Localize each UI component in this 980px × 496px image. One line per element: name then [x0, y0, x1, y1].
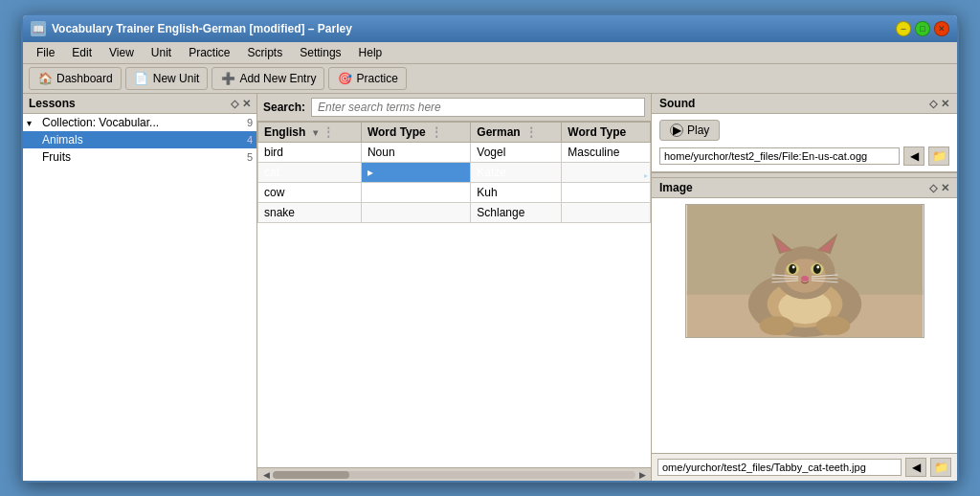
scroll-left-arrow[interactable]: ◀	[259, 468, 273, 482]
cell-german-vogel[interactable]: Vogel	[471, 143, 562, 163]
image-header-controls: ◇ ✕	[929, 182, 949, 194]
search-label: Search:	[263, 101, 305, 114]
tree-item-collection[interactable]: ▾ Collection: Vocabular... 9	[23, 114, 256, 131]
svg-point-17	[816, 266, 819, 269]
practice-icon: 🎯	[337, 71, 352, 86]
cell-german-katze[interactable]: Katze	[471, 163, 562, 183]
title-bar: 📖 Vocabulary Trainer English-German [mod…	[23, 15, 957, 42]
cell-wordtype-noun[interactable]: Noun	[361, 143, 470, 163]
sound-browse-button[interactable]: 📁	[928, 147, 949, 166]
sound-collapse-button[interactable]: ◇	[929, 98, 937, 110]
add-entry-label: Add New Entry	[239, 72, 316, 85]
table-row[interactable]: cat ▸ Katze ▸	[258, 163, 651, 183]
cell-english-bird[interactable]: bird	[258, 143, 362, 163]
image-browse-button[interactable]: 📁	[930, 458, 951, 477]
cell-wordtype-snake[interactable]	[361, 203, 470, 223]
right-panel: Sound ◇ ✕ ▶ Play ◀	[651, 94, 957, 481]
menu-view[interactable]: View	[101, 44, 142, 61]
cell-german-type-snake[interactable]	[562, 203, 651, 223]
tree-item-fruits-label: Fruits	[42, 150, 71, 164]
table-row[interactable]: cow Kuh	[258, 183, 651, 203]
cell-english-cat[interactable]: cat	[258, 163, 362, 183]
svg-point-26	[815, 316, 849, 335]
horizontal-scrollbar[interactable]: ◀ ▶	[257, 467, 651, 481]
menu-bar: File Edit View Unit Practice Scripts Set…	[23, 42, 957, 64]
col-german[interactable]: German ⋮	[471, 123, 562, 143]
svg-point-16	[791, 266, 794, 269]
play-button[interactable]: ▶ Play	[659, 120, 720, 141]
scroll-track[interactable]	[273, 471, 635, 479]
tree-item-fruits[interactable]: Fruits 5	[23, 148, 256, 166]
col-wordtype1-label: Word Type	[368, 125, 426, 139]
svg-point-14	[789, 264, 796, 274]
scroll-thumb[interactable]	[273, 471, 349, 479]
col-wordtype1[interactable]: Word Type ⋮	[361, 123, 470, 143]
image-collapse-button[interactable]: ◇	[929, 182, 937, 194]
col-wordtype2-label: Word Type	[568, 125, 626, 139]
col-english-label: English	[264, 125, 305, 139]
image-content	[652, 198, 957, 453]
search-bar: Search:	[257, 94, 651, 122]
search-input[interactable]	[311, 98, 645, 117]
cell-english-cow[interactable]: cow	[258, 183, 362, 203]
menu-settings[interactable]: Settings	[292, 44, 348, 61]
cat-image	[685, 204, 924, 338]
center-panel: Search: English ▾ ⋮ Word Typ	[257, 94, 651, 481]
tree-expand-icon: ▾	[27, 118, 38, 128]
col-sep-2: ⋮	[431, 125, 442, 139]
play-icon: ▶	[670, 124, 683, 137]
dashboard-icon: 🏠	[37, 71, 53, 86]
tree-item-animals[interactable]: Animals 4	[23, 131, 256, 148]
sound-path-input[interactable]	[659, 147, 900, 165]
table-row[interactable]: snake Schlange	[258, 203, 651, 223]
dashboard-button[interactable]: 🏠 Dashboard	[29, 67, 122, 90]
cell-german-type-cat[interactable]: ▸	[562, 163, 651, 183]
col-english[interactable]: English ▾ ⋮	[258, 123, 362, 143]
sidebar: Lessons ◇ ✕ ▾ Collection: Vocabular... 9…	[23, 94, 257, 481]
image-header-label: Image	[659, 181, 693, 194]
menu-scripts[interactable]: Scripts	[240, 44, 291, 61]
sound-controls: ▶ Play	[659, 120, 949, 141]
col-wordtype2[interactable]: Word Type	[562, 123, 651, 143]
app-icon: 📖	[31, 21, 46, 36]
sidebar-close-button[interactable]: ✕	[242, 98, 251, 110]
menu-edit[interactable]: Edit	[64, 44, 100, 61]
cell-english-snake[interactable]: snake	[258, 203, 362, 223]
menu-file[interactable]: File	[29, 44, 62, 61]
new-unit-button[interactable]: 📄 New Unit	[125, 67, 209, 90]
main-content: Lessons ◇ ✕ ▾ Collection: Vocabular... 9…	[23, 94, 957, 481]
cell-german-schlange[interactable]: Schlange	[471, 203, 562, 223]
cell-german-type-cow[interactable]	[562, 183, 651, 203]
maximize-button[interactable]: □	[915, 21, 930, 36]
minimize-button[interactable]: –	[896, 21, 911, 36]
sidebar-title: Lessons	[29, 97, 76, 110]
image-header: Image ◇ ✕	[652, 178, 957, 198]
menu-practice[interactable]: Practice	[181, 44, 237, 61]
image-clear-button[interactable]: ◀	[905, 458, 926, 477]
vocab-table: English ▾ ⋮ Word Type ⋮ German ⋮	[257, 122, 651, 223]
image-path-input[interactable]	[657, 459, 902, 476]
new-unit-icon: 📄	[134, 71, 149, 86]
sidebar-header-controls: ◇ ✕	[231, 98, 251, 110]
cell-wordtype-cat[interactable]: ▸	[361, 163, 470, 183]
practice-button[interactable]: 🎯 Practice	[328, 67, 406, 90]
tree-item-collection-count: 9	[247, 117, 253, 128]
add-entry-button[interactable]: ➕ Add New Entry	[212, 67, 324, 90]
new-unit-label: New Unit	[153, 72, 200, 85]
sound-content: ▶ Play ◀ 📁	[652, 114, 957, 172]
close-button[interactable]: ✕	[934, 21, 949, 36]
cell-german-kuh[interactable]: Kuh	[471, 183, 562, 203]
sound-clear-button[interactable]: ◀	[903, 147, 924, 166]
tree-item-animals-left: Animals	[42, 133, 83, 147]
cell-wordtype-cow[interactable]	[361, 183, 470, 203]
scroll-right-arrow[interactable]: ▶	[635, 468, 649, 482]
col-german-label: German	[477, 125, 520, 139]
menu-unit[interactable]: Unit	[144, 44, 179, 61]
menu-help[interactable]: Help	[351, 44, 390, 61]
sidebar-collapse-button[interactable]: ◇	[231, 98, 238, 110]
table-row[interactable]: bird Noun Vogel Masculine	[258, 143, 651, 163]
sound-close-button[interactable]: ✕	[941, 98, 949, 110]
image-close-button[interactable]: ✕	[941, 182, 949, 194]
cell-german-type-masculine[interactable]: Masculine	[562, 143, 651, 163]
col-sep-1: ⋮	[323, 125, 334, 139]
